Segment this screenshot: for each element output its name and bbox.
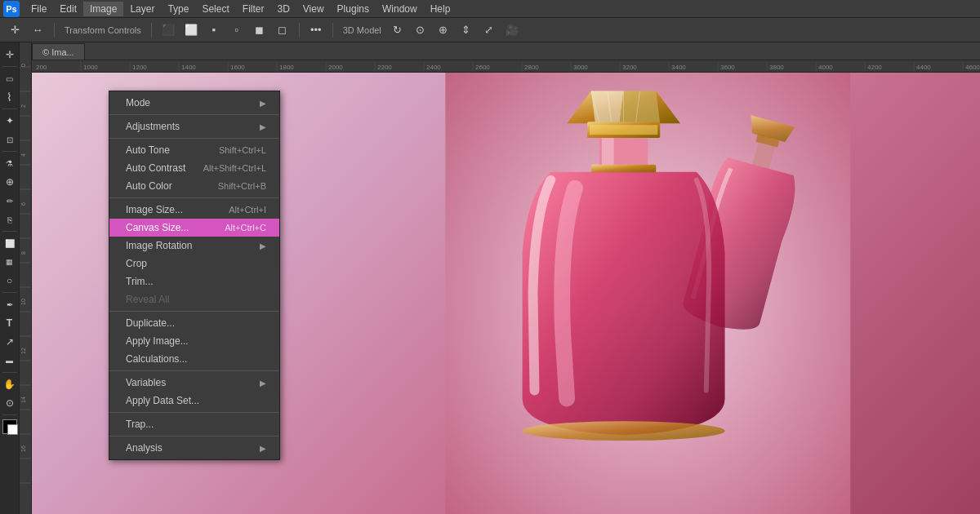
svg-text:1400: 1400 <box>181 64 196 71</box>
ruler-top: 200 1000 1200 1400 1600 1800 2000 2200 2… <box>32 60 980 73</box>
svg-text:4600: 4600 <box>965 64 980 71</box>
zoom-tool[interactable]: ⊙ <box>1 394 19 412</box>
menu-item-canvas-size[interactable]: Canvas Size... Alt+Ctrl+C <box>109 219 279 237</box>
rotation-arrow: ▶ <box>260 241 266 250</box>
menu-item-apply-image[interactable]: Apply Image... <box>109 332 279 350</box>
svg-rect-83 <box>591 165 656 173</box>
menu-plugins[interactable]: Plugins <box>331 2 376 16</box>
text-tool[interactable]: T <box>1 314 19 332</box>
menu-3d[interactable]: 3D <box>270 2 296 16</box>
menu-item-auto-tone[interactable]: Auto Tone Shift+Ctrl+L <box>109 141 279 159</box>
eyedropper-tool[interactable]: ⚗ <box>1 154 19 172</box>
3d-rotate-btn[interactable]: ↻ <box>388 20 408 40</box>
options-bar: ✛ ↔ Transform Controls ⬛ ⬜ ▪ ▫ ◼ ◻ ••• 3… <box>0 18 980 42</box>
svg-text:2400: 2400 <box>426 64 441 71</box>
menu-item-calculations[interactable]: Calculations... <box>109 350 279 368</box>
eraser-tool[interactable]: ⬜ <box>1 234 19 252</box>
svg-rect-80 <box>590 125 657 135</box>
svg-text:14: 14 <box>20 397 26 403</box>
3d-camera-btn[interactable]: 🎥 <box>502 20 522 40</box>
menu-item-image-rotation[interactable]: Image Rotation ▶ <box>109 237 279 255</box>
path-select-tool[interactable]: ↗ <box>1 333 19 351</box>
menu-item-adjustments[interactable]: Adjustments ▶ <box>109 117 279 135</box>
clone-tool[interactable]: ⎘ <box>1 210 19 228</box>
align-options-btn[interactable]: ↔ <box>28 20 47 40</box>
canvas-tab[interactable]: © Ima... <box>32 43 85 60</box>
menu-type[interactable]: Type <box>161 2 195 16</box>
menu-edit[interactable]: Edit <box>53 2 83 16</box>
menu-section-trap: Trap... <box>109 413 279 436</box>
align-left-btn[interactable]: ⬛ <box>158 20 178 40</box>
analysis-arrow: ▶ <box>260 444 266 453</box>
align-right-btn[interactable]: ▪ <box>204 20 224 40</box>
pen-tool[interactable]: ✒ <box>1 295 19 313</box>
menu-item-analysis[interactable]: Analysis ▶ <box>109 439 279 457</box>
tool-divider-7 <box>2 414 17 415</box>
tool-divider-2 <box>2 109 17 109</box>
menu-item-mode[interactable]: Mode ▶ <box>109 94 279 112</box>
menu-filter[interactable]: Filter <box>236 2 271 16</box>
menu-item-reveal-all[interactable]: Reveal All <box>109 290 279 308</box>
rect-select-tool[interactable]: ▭ <box>1 69 19 87</box>
crop-tool[interactable]: ⊡ <box>1 131 19 148</box>
svg-text:0: 0 <box>20 64 26 67</box>
align-center-btn[interactable]: ⬜ <box>181 20 201 40</box>
3d-scale-btn[interactable]: ⤢ <box>479 20 499 40</box>
svg-text:2: 2 <box>20 104 26 108</box>
svg-rect-82 <box>602 138 614 166</box>
lasso-tool[interactable]: ⌇ <box>1 88 19 106</box>
dodge-tool[interactable]: ○ <box>1 272 19 290</box>
3d-orbit-btn[interactable]: ⊙ <box>411 20 430 40</box>
move-tool[interactable]: ✛ <box>1 46 19 64</box>
svg-text:3600: 3600 <box>720 64 735 71</box>
svg-text:2800: 2800 <box>524 64 539 71</box>
svg-text:4: 4 <box>20 153 26 157</box>
svg-marker-73 <box>591 91 624 124</box>
move-tool-btn[interactable]: ✛ <box>5 20 24 40</box>
menu-file[interactable]: File <box>24 2 53 16</box>
menu-select[interactable]: Select <box>195 2 235 16</box>
svg-rect-27 <box>32 60 980 73</box>
menu-help[interactable]: Help <box>424 2 457 16</box>
align-mid-btn[interactable]: ◼ <box>250 20 270 40</box>
menu-item-apply-dataset[interactable]: Apply Data Set... <box>109 392 279 410</box>
menu-bar: Ps File Edit Image Layer Type Select Fil… <box>0 0 980 18</box>
menu-image[interactable]: Image <box>83 2 123 16</box>
svg-text:200: 200 <box>36 64 47 71</box>
svg-text:2000: 2000 <box>328 64 343 71</box>
menu-item-image-size[interactable]: Image Size... Alt+Ctrl+I <box>109 201 279 219</box>
align-bottom-btn[interactable]: ◻ <box>273 20 292 40</box>
3d-slide-btn[interactable]: ⇕ <box>457 20 476 40</box>
svg-marker-74 <box>620 91 661 124</box>
svg-text:16: 16 <box>20 445 26 452</box>
canvas-content: © Retouching Inc Mode ▶ Adjustments ▶ <box>32 73 980 514</box>
magic-wand-tool[interactable]: ✦ <box>1 112 19 130</box>
align-top-btn[interactable]: ▫ <box>227 20 247 40</box>
menu-view[interactable]: View <box>296 2 331 16</box>
menu-item-auto-contrast[interactable]: Auto Contrast Alt+Shift+Ctrl+L <box>109 159 279 177</box>
svg-text:2200: 2200 <box>377 64 392 71</box>
menu-item-crop[interactable]: Crop <box>109 255 279 273</box>
menu-item-variables[interactable]: Variables ▶ <box>109 374 279 392</box>
shape-tool[interactable]: ▬ <box>1 352 19 370</box>
menu-layer[interactable]: Layer <box>123 2 161 16</box>
menu-section-auto: Auto Tone Shift+Ctrl+L Auto Contrast Alt… <box>109 139 279 198</box>
menu-section-variables: Variables ▶ Apply Data Set... <box>109 371 279 413</box>
left-toolbar: ✛ ▭ ⌇ ✦ ⊡ ⚗ ⊕ ✏ ⎘ ⬜ ▦ ○ ✒ T ↗ ▬ ✋ ⊙ <box>0 42 20 514</box>
healing-tool[interactable]: ⊕ <box>1 173 19 191</box>
menu-item-trim[interactable]: Trim... <box>109 273 279 290</box>
menu-item-trap[interactable]: Trap... <box>109 415 279 433</box>
svg-text:4000: 4000 <box>818 64 833 71</box>
more-options-btn[interactable]: ••• <box>306 20 326 40</box>
menu-item-duplicate[interactable]: Duplicate... <box>109 314 279 332</box>
gradient-tool[interactable]: ▦ <box>1 253 19 271</box>
menu-item-auto-color[interactable]: Auto Color Shift+Ctrl+B <box>109 177 279 195</box>
brush-tool[interactable]: ✏ <box>1 192 19 210</box>
tool-divider-4 <box>2 231 17 232</box>
hand-tool[interactable]: ✋ <box>1 375 19 393</box>
menu-window[interactable]: Window <box>376 2 424 16</box>
3d-move-btn[interactable]: ⊕ <box>434 20 453 40</box>
svg-text:3800: 3800 <box>769 64 784 71</box>
foreground-color[interactable] <box>2 419 17 434</box>
background-color[interactable] <box>7 424 18 435</box>
